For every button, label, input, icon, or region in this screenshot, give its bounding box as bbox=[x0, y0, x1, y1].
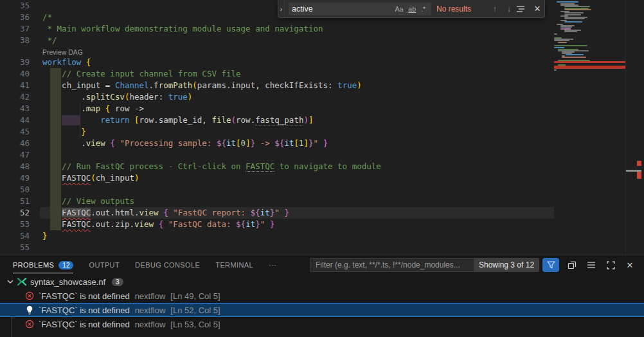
code-line[interactable]: 53 FASTQC.out.zip.view { "FastQC data: $… bbox=[0, 219, 554, 230]
code-line[interactable]: 44 return [row.sample_id, file(row.fastq… bbox=[0, 114, 554, 126]
toggle-replace-chevron-icon[interactable]: › bbox=[278, 0, 285, 17]
tab-terminal[interactable]: TERMINAL bbox=[215, 255, 253, 275]
code-token: view bbox=[134, 219, 154, 229]
code-line[interactable]: 47 bbox=[0, 149, 554, 161]
collapse-all-icon[interactable] bbox=[566, 259, 578, 271]
code-line[interactable]: 54} bbox=[0, 230, 554, 242]
line-number[interactable]: 43 bbox=[0, 103, 30, 114]
chevron-down-icon[interactable] bbox=[5, 280, 15, 284]
regex-icon[interactable]: .* bbox=[418, 5, 428, 13]
line-number[interactable]: 48 bbox=[0, 161, 30, 172]
minimap[interactable] bbox=[554, 0, 625, 255]
minimap-line bbox=[554, 47, 564, 48]
code-line[interactable]: 42 .splitCsv(header: true) bbox=[0, 91, 554, 103]
tab-problems[interactable]: PROBLEMS12 bbox=[13, 255, 73, 275]
find-in-selection-icon[interactable] bbox=[516, 5, 530, 13]
find-input[interactable] bbox=[292, 5, 392, 14]
problems-filter-input[interactable] bbox=[310, 258, 474, 272]
line-number[interactable]: 47 bbox=[0, 149, 30, 161]
code-token: true bbox=[337, 80, 357, 90]
problem-row[interactable]: `FASTQC` is not definednextflow[Ln 53, C… bbox=[0, 317, 644, 331]
code-line[interactable]: 46 .view { "Processing sample: ${it[0]} … bbox=[0, 138, 554, 149]
overview-ruler[interactable] bbox=[625, 0, 644, 255]
code-line[interactable]: 50 bbox=[0, 184, 554, 196]
code-token: } bbox=[323, 138, 328, 148]
close-panel-icon[interactable]: ✕ bbox=[623, 259, 636, 271]
code-line[interactable]: 51 // View outputs bbox=[0, 196, 554, 207]
code-line[interactable]: 37 * Main workflow demonstrating module … bbox=[0, 23, 554, 35]
filter-funnel-button[interactable] bbox=[542, 258, 559, 272]
code-token: FASTQC bbox=[62, 208, 91, 217]
code-line[interactable]: 41 ch_input = Channel.fromPath(params.in… bbox=[0, 80, 554, 91]
code-token: FASTQC bbox=[246, 161, 274, 171]
line-number[interactable]: 54 bbox=[0, 230, 30, 242]
line-number[interactable]: 41 bbox=[0, 80, 30, 91]
code-token: } bbox=[42, 231, 48, 241]
code-line[interactable]: 55 bbox=[0, 242, 554, 253]
panel-tabs: PROBLEMS12OUTPUTDEBUG CONSOLETERMINAL··· bbox=[0, 255, 292, 275]
line-number[interactable]: 52 bbox=[0, 207, 30, 219]
find-next-icon[interactable]: ↓ bbox=[502, 4, 516, 14]
line-number[interactable]: 55 bbox=[0, 242, 30, 253]
find-previous-icon[interactable]: ↑ bbox=[488, 4, 502, 14]
line-number[interactable]: 50 bbox=[0, 184, 30, 196]
problem-location: [Ln 49, Col 5] bbox=[170, 291, 220, 301]
code-token: { bbox=[86, 57, 91, 67]
code-token: it bbox=[260, 208, 270, 217]
code-line-content: */ bbox=[30, 35, 57, 46]
line-number[interactable]: 53 bbox=[0, 219, 30, 230]
tab-output[interactable]: OUTPUT bbox=[89, 255, 120, 275]
tab-debug-console[interactable]: DEBUG CONSOLE bbox=[135, 255, 200, 275]
code-token: ch_input bbox=[96, 173, 134, 183]
code-line[interactable]: 52 FASTQC.out.html.view { "FastQC report… bbox=[0, 207, 554, 219]
code-token: { bbox=[163, 208, 168, 217]
code-line[interactable]: 45 } bbox=[0, 126, 554, 138]
code-token: [ bbox=[236, 138, 241, 148]
bottom-panel: PROBLEMS12OUTPUTDEBUG CONSOLETERMINAL···… bbox=[0, 255, 644, 337]
code-line[interactable]: 39workflow { bbox=[0, 57, 554, 68]
maximize-panel-icon[interactable] bbox=[604, 259, 617, 271]
close-find-icon[interactable]: ✕ bbox=[530, 4, 544, 14]
line-number[interactable]: 37 bbox=[0, 23, 30, 35]
codelens-preview-dag[interactable]: Preview DAG bbox=[42, 47, 83, 57]
problem-row[interactable]: `FASTQC` is not definednextflow[Ln 52, C… bbox=[0, 303, 644, 317]
view-as-table-icon[interactable] bbox=[585, 259, 598, 271]
line-number[interactable]: 40 bbox=[0, 68, 30, 80]
minimap-line bbox=[554, 40, 569, 41]
line-number[interactable]: 36 bbox=[0, 12, 30, 23]
code-line[interactable]: 48 // Run FastQC process - Ctrl-click on… bbox=[0, 161, 554, 172]
line-number[interactable]: 35 bbox=[0, 0, 30, 12]
filter-showing-count: Showing 3 of 12 bbox=[474, 258, 539, 272]
code-line-content bbox=[30, 0, 42, 12]
code-token: ] bbox=[246, 138, 251, 148]
match-case-icon[interactable]: Aa bbox=[392, 5, 406, 13]
line-number[interactable]: 44 bbox=[0, 114, 30, 126]
line-number[interactable]: 51 bbox=[0, 196, 30, 207]
line-number[interactable]: 46 bbox=[0, 138, 30, 149]
line-number[interactable]: 49 bbox=[0, 172, 30, 184]
code-line[interactable]: 49 FASTQC(ch_input) bbox=[0, 172, 554, 184]
line-number[interactable]: 42 bbox=[0, 91, 30, 103]
code-line-content: * Main workflow demonstrating module usa… bbox=[30, 23, 323, 35]
problems-filter-group: Showing 3 of 12 bbox=[310, 258, 564, 272]
line-number[interactable]: 45 bbox=[0, 126, 30, 138]
code-line[interactable]: 40 // Create input channel from CSV file bbox=[0, 68, 554, 80]
code-token: it bbox=[226, 138, 236, 148]
code-token bbox=[154, 219, 159, 229]
code-line-content: FASTQC.out.html.view { "FastQC report: $… bbox=[30, 207, 289, 219]
code-token: ] bbox=[309, 115, 314, 125]
code-editor[interactable]: 3536/*37 * Main workflow demonstrating m… bbox=[0, 0, 644, 255]
line-number[interactable]: 39 bbox=[0, 57, 30, 68]
line-number[interactable]: 38 bbox=[0, 35, 30, 46]
whole-word-icon[interactable]: ab bbox=[406, 5, 418, 13]
problem-row[interactable]: `FASTQC` is not definednextflow[Ln 49, C… bbox=[0, 289, 644, 303]
problems-file-row[interactable]: syntax_showcase.nf 3 bbox=[0, 275, 644, 289]
code-token: . bbox=[42, 138, 86, 148]
code-token: "FastQC data: bbox=[168, 219, 236, 229]
tab-[interactable]: ··· bbox=[269, 255, 276, 275]
code-token: FASTQC bbox=[62, 219, 91, 229]
code-line[interactable]: 43 .map { row -> bbox=[0, 103, 554, 114]
code-line-content: } bbox=[30, 126, 86, 138]
code-line[interactable]: 38 */ bbox=[0, 35, 554, 46]
code-token bbox=[42, 161, 62, 171]
